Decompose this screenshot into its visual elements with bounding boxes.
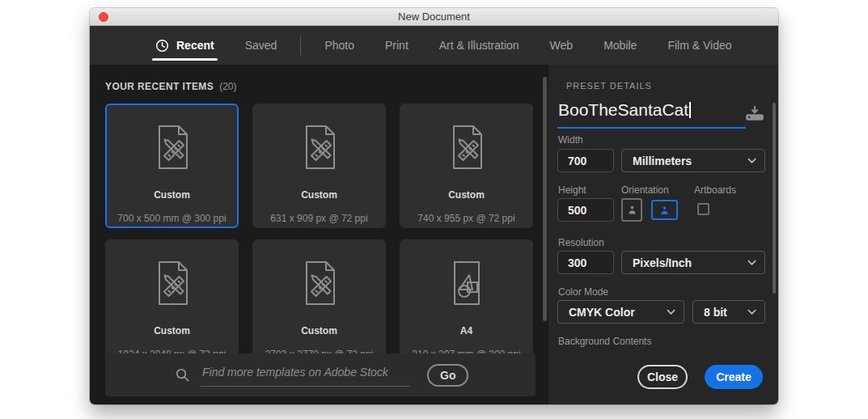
tab-divider	[300, 36, 301, 55]
artboards-label: Artboards	[694, 184, 736, 196]
recent-item-title: Custom	[154, 189, 190, 201]
height-value: 500	[568, 204, 586, 217]
recent-items-heading: YOUR RECENT ITEMS(20)	[105, 81, 237, 92]
window-close-button[interactable]	[99, 12, 108, 22]
recent-items-grid: Custom 700 x 500 mm @ 300 ppi Custom 631…	[105, 104, 533, 364]
background-contents-label: Background Contents	[558, 336, 651, 347]
color-mode-label: Color Mode	[558, 286, 608, 298]
preset-panel-scrollbar[interactable]	[773, 103, 776, 294]
width-label: Width	[558, 134, 583, 146]
recent-item-card[interactable]: A4 210 x 297 mm @ 300 ppi	[400, 239, 533, 364]
resolution-unit-dropdown[interactable]: Pixels/Inch	[621, 251, 765, 274]
portrait-person-icon	[627, 204, 637, 216]
tab-photo[interactable]: Photo	[309, 26, 370, 65]
tab-label: Mobile	[603, 39, 637, 52]
recent-item-card[interactable]: Custom 1024 x 2048 px @ 72 ppi	[105, 239, 239, 364]
orientation-portrait-button[interactable]	[621, 198, 642, 222]
bit-depth-dropdown[interactable]: 8 bit	[692, 300, 765, 324]
width-value: 700	[568, 154, 586, 167]
chevron-down-icon	[747, 158, 756, 163]
recent-item-title: Custom	[301, 189, 337, 201]
width-unit-value: Millimeters	[633, 154, 692, 167]
new-document-dialog: New Document Recent Saved Photo Print Ar…	[90, 8, 778, 404]
ruler-pencil-document-icon	[441, 121, 493, 176]
recent-items-heading-text: YOUR RECENT ITEMS	[105, 81, 214, 92]
ruler-pencil-document-icon	[146, 121, 198, 176]
title-bar: New Document	[90, 8, 778, 26]
chevron-down-icon	[747, 260, 756, 265]
width-input[interactable]: 700	[557, 149, 614, 172]
resolution-label: Resolution	[558, 237, 604, 248]
tab-label: Film & Video	[667, 39, 731, 52]
tab-bar: Recent Saved Photo Print Art & Illustrat…	[90, 26, 778, 65]
ruler-pencil-document-icon	[294, 257, 345, 312]
tab-label: Art & Illustration	[439, 39, 519, 52]
screenshot-canvas: New Document Recent Saved Photo Print Ar…	[0, 0, 868, 419]
create-button[interactable]: Create	[705, 365, 763, 389]
orientation-label: Orientation	[621, 184, 669, 196]
recent-item-card[interactable]: Custom 2703 x 2770 px @ 72 ppi	[252, 239, 386, 364]
chevron-down-icon	[747, 309, 756, 315]
landscape-person-icon	[659, 205, 670, 216]
tab-label: Print	[385, 39, 409, 52]
tab-label: Web	[550, 39, 574, 52]
recent-item-card[interactable]: Custom 631 x 909 px @ 72 ppi	[252, 104, 386, 228]
recent-item-dimensions: 700 x 500 mm @ 300 ppi	[117, 213, 226, 224]
stock-search-go-button[interactable]: Go	[427, 364, 468, 387]
resolution-input[interactable]: 300	[557, 251, 614, 274]
recent-item-title: Custom	[154, 325, 190, 336]
color-mode-dropdown[interactable]: CMYK Color	[557, 300, 684, 324]
recent-item-title: A4	[460, 325, 472, 336]
bit-depth-value: 8 bit	[704, 306, 727, 319]
resolution-unit-value: Pixels/Inch	[633, 256, 692, 269]
tab-label: Recent	[176, 39, 214, 52]
recent-item-dimensions: 631 x 909 px @ 72 ppi	[270, 213, 367, 224]
close-button[interactable]: Close	[637, 365, 688, 389]
height-input[interactable]: 500	[557, 198, 614, 222]
preset-details-heading: PRESET DETAILS	[566, 81, 652, 91]
tab-label: Photo	[324, 39, 354, 52]
chevron-down-icon	[667, 309, 675, 315]
recent-item-title: Custom	[301, 325, 337, 336]
resolution-value: 300	[568, 256, 586, 269]
tab-mobile[interactable]: Mobile	[588, 26, 652, 65]
clock-icon	[155, 39, 169, 53]
text-caret	[689, 102, 691, 118]
recent-item-dimensions: 740 x 955 px @ 72 ppi	[417, 213, 514, 224]
recent-item-card[interactable]: Custom 700 x 500 mm @ 300 ppi	[105, 104, 239, 228]
save-preset-icon[interactable]	[744, 105, 765, 125]
tab-art-illustration[interactable]: Art & Illustration	[424, 26, 535, 65]
document-name-input[interactable]: BooTheSantaCat	[557, 99, 746, 129]
tab-recent[interactable]: Recent	[140, 26, 230, 65]
tab-saved[interactable]: Saved	[230, 26, 293, 65]
ruler-pencil-document-icon	[294, 121, 345, 176]
window-title: New Document	[398, 11, 470, 23]
recent-items-count: (20)	[219, 81, 236, 92]
document-name-value: BooTheSantaCat	[558, 100, 688, 119]
tab-film-video[interactable]: Film & Video	[652, 26, 747, 65]
recent-items-panel: YOUR RECENT ITEMS(20) Custom 700 x 500 m…	[90, 65, 548, 404]
print-shapes-document-icon	[441, 257, 493, 312]
tab-label: Saved	[245, 39, 277, 52]
color-mode-value: CMYK Color	[569, 306, 635, 319]
recent-item-card[interactable]: Custom 740 x 955 px @ 72 ppi	[400, 104, 533, 228]
tab-web[interactable]: Web	[535, 26, 589, 65]
ruler-pencil-document-icon	[146, 257, 198, 312]
height-label: Height	[558, 184, 586, 196]
stock-search-input[interactable]	[201, 364, 409, 387]
preset-details-panel: PRESET DETAILS BooTheSantaCat Width 700 …	[548, 65, 778, 404]
orientation-landscape-button[interactable]	[651, 200, 678, 220]
adobe-stock-search-bar: Go	[105, 353, 536, 396]
width-unit-dropdown[interactable]: Millimeters	[621, 149, 765, 172]
tab-print[interactable]: Print	[370, 26, 424, 65]
active-tab-underline	[152, 58, 218, 61]
recent-item-title: Custom	[448, 189, 485, 201]
recent-panel-scrollbar[interactable]	[543, 77, 547, 321]
artboards-checkbox[interactable]	[697, 203, 709, 215]
magnifier-icon	[175, 367, 190, 383]
